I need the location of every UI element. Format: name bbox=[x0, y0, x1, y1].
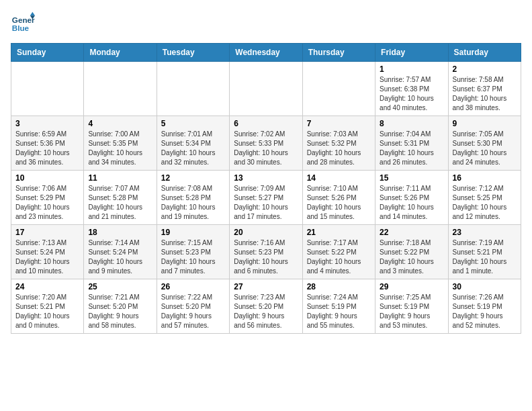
day-number: 8 bbox=[380, 119, 443, 128]
day-number: 25 bbox=[88, 282, 152, 291]
day-info: Sunrise: 7:21 AM Sunset: 5:20 PM Dayligh… bbox=[88, 293, 152, 330]
calendar-cell: 2Sunrise: 7:58 AM Sunset: 6:37 PM Daylig… bbox=[448, 62, 521, 116]
day-number: 22 bbox=[380, 228, 443, 237]
day-number: 3 bbox=[15, 119, 79, 128]
calendar-cell: 12Sunrise: 7:08 AM Sunset: 5:28 PM Dayli… bbox=[157, 171, 229, 225]
calendar-cell: 16Sunrise: 7:12 AM Sunset: 5:25 PM Dayli… bbox=[448, 171, 521, 225]
day-info: Sunrise: 7:07 AM Sunset: 5:28 PM Dayligh… bbox=[88, 184, 152, 222]
calendar-body: 1Sunrise: 7:57 AM Sunset: 6:38 PM Daylig… bbox=[11, 62, 521, 334]
calendar-cell: 30Sunrise: 7:26 AM Sunset: 5:19 PM Dayli… bbox=[448, 279, 521, 334]
day-number: 10 bbox=[15, 173, 79, 183]
svg-marker-2 bbox=[30, 12, 35, 15]
day-number: 17 bbox=[15, 228, 79, 237]
calendar-cell: 11Sunrise: 7:07 AM Sunset: 5:28 PM Dayli… bbox=[84, 171, 157, 225]
day-info: Sunrise: 7:19 AM Sunset: 5:21 PM Dayligh… bbox=[453, 238, 517, 276]
calendar-cell: 7Sunrise: 7:03 AM Sunset: 5:32 PM Daylig… bbox=[302, 116, 375, 171]
calendar-cell: 14Sunrise: 7:10 AM Sunset: 5:26 PM Dayli… bbox=[302, 171, 375, 225]
calendar-week-row: 10Sunrise: 7:06 AM Sunset: 5:29 PM Dayli… bbox=[11, 171, 521, 225]
day-info: Sunrise: 7:11 AM Sunset: 5:26 PM Dayligh… bbox=[380, 184, 443, 222]
day-number: 9 bbox=[453, 119, 517, 128]
calendar-cell: 3Sunrise: 6:59 AM Sunset: 5:36 PM Daylig… bbox=[11, 116, 84, 171]
day-info: Sunrise: 7:24 AM Sunset: 5:19 PM Dayligh… bbox=[307, 293, 371, 330]
day-number: 12 bbox=[161, 173, 225, 183]
calendar-cell: 10Sunrise: 7:06 AM Sunset: 5:29 PM Dayli… bbox=[11, 171, 84, 225]
day-number: 19 bbox=[161, 228, 225, 237]
weekday-header-sunday: Sunday bbox=[11, 44, 84, 62]
day-info: Sunrise: 7:05 AM Sunset: 5:30 PM Dayligh… bbox=[453, 130, 517, 167]
calendar-cell bbox=[302, 62, 375, 116]
calendar-cell: 17Sunrise: 7:13 AM Sunset: 5:24 PM Dayli… bbox=[11, 225, 84, 279]
calendar-cell: 13Sunrise: 7:09 AM Sunset: 5:27 PM Dayli… bbox=[230, 171, 302, 225]
day-info: Sunrise: 7:13 AM Sunset: 5:24 PM Dayligh… bbox=[15, 238, 79, 276]
day-number: 26 bbox=[161, 282, 225, 291]
calendar-table: SundayMondayTuesdayWednesdayThursdayFrid… bbox=[11, 43, 521, 334]
calendar-cell: 21Sunrise: 7:17 AM Sunset: 5:22 PM Dayli… bbox=[302, 225, 375, 279]
day-info: Sunrise: 7:08 AM Sunset: 5:28 PM Dayligh… bbox=[161, 184, 225, 222]
day-number: 5 bbox=[161, 119, 225, 128]
day-number: 7 bbox=[307, 119, 371, 128]
weekday-header-saturday: Saturday bbox=[448, 44, 521, 62]
day-number: 20 bbox=[234, 228, 298, 237]
calendar-cell: 8Sunrise: 7:04 AM Sunset: 5:31 PM Daylig… bbox=[375, 116, 448, 171]
calendar-cell: 4Sunrise: 7:00 AM Sunset: 5:35 PM Daylig… bbox=[84, 116, 157, 171]
weekday-header-wednesday: Wednesday bbox=[230, 44, 302, 62]
day-info: Sunrise: 7:03 AM Sunset: 5:32 PM Dayligh… bbox=[307, 130, 371, 167]
calendar-cell: 5Sunrise: 7:01 AM Sunset: 5:34 PM Daylig… bbox=[157, 116, 229, 171]
day-info: Sunrise: 7:58 AM Sunset: 6:37 PM Dayligh… bbox=[453, 75, 517, 113]
day-info: Sunrise: 7:18 AM Sunset: 5:22 PM Dayligh… bbox=[380, 238, 443, 276]
calendar-week-row: 17Sunrise: 7:13 AM Sunset: 5:24 PM Dayli… bbox=[11, 225, 521, 279]
calendar-cell: 23Sunrise: 7:19 AM Sunset: 5:21 PM Dayli… bbox=[448, 225, 521, 279]
weekday-header-tuesday: Tuesday bbox=[157, 44, 229, 62]
calendar-cell bbox=[230, 62, 302, 116]
day-number: 21 bbox=[307, 228, 371, 237]
day-number: 27 bbox=[234, 282, 298, 291]
day-info: Sunrise: 7:23 AM Sunset: 5:20 PM Dayligh… bbox=[234, 293, 298, 330]
day-number: 13 bbox=[234, 173, 298, 183]
calendar-cell: 20Sunrise: 7:16 AM Sunset: 5:23 PM Dayli… bbox=[230, 225, 302, 279]
day-info: Sunrise: 7:12 AM Sunset: 5:25 PM Dayligh… bbox=[453, 184, 517, 222]
calendar-cell: 9Sunrise: 7:05 AM Sunset: 5:30 PM Daylig… bbox=[448, 116, 521, 171]
day-info: Sunrise: 7:02 AM Sunset: 5:33 PM Dayligh… bbox=[234, 130, 298, 167]
day-info: Sunrise: 7:04 AM Sunset: 5:31 PM Dayligh… bbox=[380, 130, 443, 167]
day-info: Sunrise: 7:20 AM Sunset: 5:21 PM Dayligh… bbox=[15, 293, 79, 330]
day-number: 1 bbox=[380, 64, 443, 74]
day-number: 24 bbox=[15, 282, 79, 291]
day-info: Sunrise: 7:17 AM Sunset: 5:22 PM Dayligh… bbox=[307, 238, 371, 276]
calendar-cell bbox=[84, 62, 157, 116]
day-info: Sunrise: 7:16 AM Sunset: 5:23 PM Dayligh… bbox=[234, 238, 298, 276]
calendar-cell bbox=[11, 62, 84, 116]
weekday-header-thursday: Thursday bbox=[302, 44, 375, 62]
weekday-header-friday: Friday bbox=[375, 44, 448, 62]
day-info: Sunrise: 7:10 AM Sunset: 5:26 PM Dayligh… bbox=[307, 184, 371, 222]
day-number: 18 bbox=[88, 228, 152, 237]
day-number: 2 bbox=[453, 64, 517, 74]
calendar-cell: 28Sunrise: 7:24 AM Sunset: 5:19 PM Dayli… bbox=[302, 279, 375, 334]
calendar-cell: 27Sunrise: 7:23 AM Sunset: 5:20 PM Dayli… bbox=[230, 279, 302, 334]
weekday-header-row: SundayMondayTuesdayWednesdayThursdayFrid… bbox=[11, 44, 521, 62]
calendar-cell: 22Sunrise: 7:18 AM Sunset: 5:22 PM Dayli… bbox=[375, 225, 448, 279]
day-info: Sunrise: 7:06 AM Sunset: 5:29 PM Dayligh… bbox=[15, 184, 79, 222]
day-number: 29 bbox=[380, 282, 443, 291]
calendar-cell: 25Sunrise: 7:21 AM Sunset: 5:20 PM Dayli… bbox=[84, 279, 157, 334]
day-number: 30 bbox=[453, 282, 517, 291]
calendar-week-row: 24Sunrise: 7:20 AM Sunset: 5:21 PM Dayli… bbox=[11, 279, 521, 334]
calendar-cell bbox=[157, 62, 229, 116]
calendar-cell: 19Sunrise: 7:15 AM Sunset: 5:23 PM Dayli… bbox=[157, 225, 229, 279]
logo-icon: General Blue bbox=[11, 11, 35, 35]
day-info: Sunrise: 7:57 AM Sunset: 6:38 PM Dayligh… bbox=[380, 75, 443, 113]
day-info: Sunrise: 7:01 AM Sunset: 5:34 PM Dayligh… bbox=[161, 130, 225, 167]
day-info: Sunrise: 7:22 AM Sunset: 5:20 PM Dayligh… bbox=[161, 293, 225, 330]
day-number: 23 bbox=[453, 228, 517, 237]
calendar-week-row: 1Sunrise: 7:57 AM Sunset: 6:38 PM Daylig… bbox=[11, 62, 521, 116]
calendar-cell: 1Sunrise: 7:57 AM Sunset: 6:38 PM Daylig… bbox=[375, 62, 448, 116]
day-number: 15 bbox=[380, 173, 443, 183]
day-number: 28 bbox=[307, 282, 371, 291]
weekday-header-monday: Monday bbox=[84, 44, 157, 62]
page-header: General Blue bbox=[11, 11, 521, 35]
day-number: 6 bbox=[234, 119, 298, 128]
calendar-cell: 29Sunrise: 7:25 AM Sunset: 5:19 PM Dayli… bbox=[375, 279, 448, 334]
day-info: Sunrise: 7:26 AM Sunset: 5:19 PM Dayligh… bbox=[453, 293, 517, 330]
logo: General Blue bbox=[11, 11, 35, 35]
day-info: Sunrise: 7:25 AM Sunset: 5:19 PM Dayligh… bbox=[380, 293, 443, 330]
calendar-cell: 6Sunrise: 7:02 AM Sunset: 5:33 PM Daylig… bbox=[230, 116, 302, 171]
